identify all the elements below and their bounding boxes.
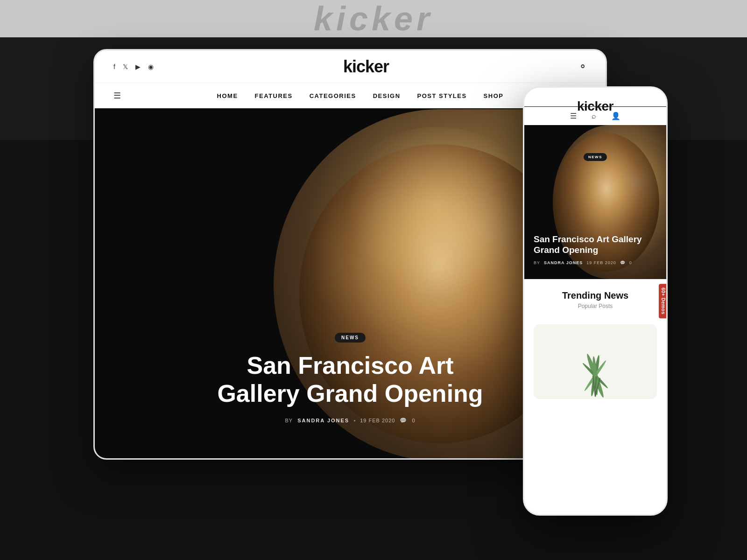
brand-text: kicker xyxy=(314,0,433,38)
mobile-search-icon[interactable]: ⌕ xyxy=(592,112,596,120)
mobile-hamburger-icon[interactable]: ☰ xyxy=(570,112,577,120)
nav-shop[interactable]: SHOP xyxy=(484,92,504,99)
news-badge: NEWS xyxy=(335,333,366,343)
mobile-hero-meta: BY SANDRA JONES 19 FEB 2020 💬 0 xyxy=(534,260,657,265)
background-brand: kicker xyxy=(0,0,747,37)
mobile-post-date: 19 FEB 2020 xyxy=(586,260,616,265)
demos-tab[interactable]: 60+ Demos xyxy=(659,284,668,318)
tablet-logo[interactable]: kicker xyxy=(343,57,389,77)
nav-design[interactable]: DESIGN xyxy=(373,92,401,99)
social-icons: f 𝕏 ▶ ◉ xyxy=(113,63,154,70)
youtube-icon[interactable]: ▶ xyxy=(135,63,141,70)
instagram-icon[interactable]: ◉ xyxy=(148,63,154,70)
mobile-nav-icons: ☰ ⌕ 👤 xyxy=(524,106,666,120)
mobile-trending-subtitle: Popular Posts xyxy=(534,303,657,309)
mobile-hero: NEWS San Francisco Art Gallery Grand Ope… xyxy=(524,125,666,279)
hero-content: NEWS San Francisco Art Gallery Grand Ope… xyxy=(118,333,582,424)
nav-categories[interactable]: CATEGORIES xyxy=(310,92,356,99)
mobile-hero-content: San Francisco Art Gallery Grand Opening … xyxy=(534,234,657,265)
mobile-trending: Trending News Popular Posts xyxy=(524,279,666,317)
hero-title: San Francisco Art Gallery Grand Opening xyxy=(210,352,490,408)
hamburger-icon[interactable]: ☰ xyxy=(113,91,121,101)
mobile-device: kicker ☰ ⌕ 👤 NEWS xyxy=(523,86,668,516)
comment-icon: 💬 xyxy=(400,417,407,424)
tablet-topbar: f 𝕏 ▶ ◉ kicker ⚬ xyxy=(95,50,606,83)
mobile-hero-title: San Francisco Art Gallery Grand Opening xyxy=(534,234,657,256)
dot-separator xyxy=(354,420,355,421)
mobile-by-label: BY xyxy=(534,260,540,265)
by-label: BY xyxy=(285,418,293,423)
mobile-author-name: SANDRA JONES xyxy=(544,260,583,265)
nav-items: HOME FEATURES CATEGORIES DESIGN POST STY… xyxy=(140,92,581,99)
facebook-icon[interactable]: f xyxy=(113,63,115,70)
palm-leaves-image xyxy=(567,338,623,399)
comment-count: 0 xyxy=(412,418,415,423)
twitter-icon[interactable]: 𝕏 xyxy=(123,63,128,70)
mobile-comment-icon: 💬 xyxy=(620,260,626,265)
post-date: 19 FEB 2020 xyxy=(360,418,395,423)
nav-features[interactable]: FEATURES xyxy=(255,92,293,99)
mobile-post-card[interactable] xyxy=(534,324,657,399)
hero-meta: BY SANDRA JONES 19 FEB 2020 💬 0 xyxy=(118,417,582,424)
mobile-comment-count: 0 xyxy=(629,260,632,265)
nav-home[interactable]: HOME xyxy=(217,92,238,99)
mobile-user-icon[interactable]: 👤 xyxy=(611,112,620,120)
author-name: SANDRA JONES xyxy=(297,418,349,423)
scene: f 𝕏 ▶ ◉ kicker ⚬ ☰ HOME FEATURES CATEGOR… xyxy=(93,49,654,539)
user-icon[interactable]: ⚬ xyxy=(578,61,587,73)
mobile-trending-title: Trending News xyxy=(534,290,657,301)
mobile-header: kicker ☰ ⌕ 👤 xyxy=(524,88,666,125)
mobile-news-badge: NEWS xyxy=(584,153,607,161)
nav-post-styles[interactable]: POST STYLES xyxy=(417,92,467,99)
